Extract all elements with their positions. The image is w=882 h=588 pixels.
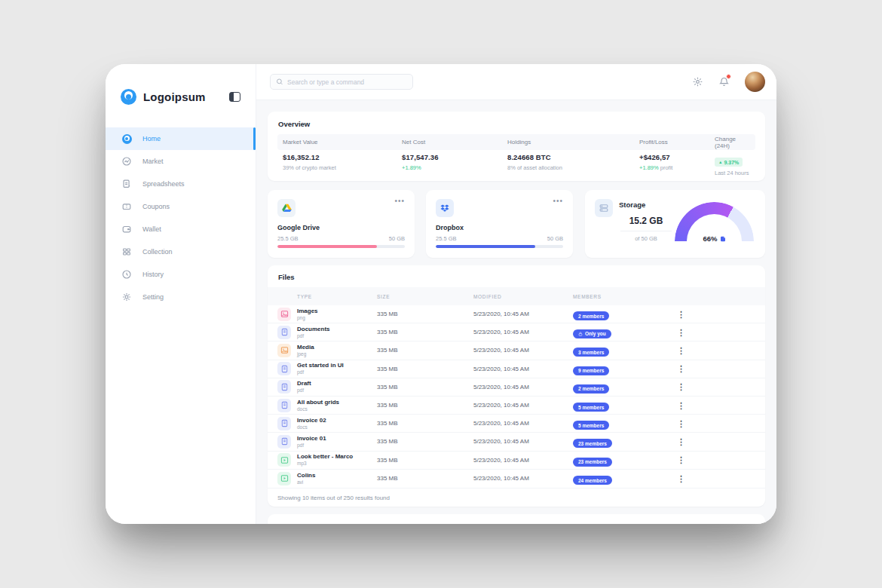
files-title: Files (268, 265, 765, 287)
file-row-all-about-grids[interactable]: All about gridsdocs 335 MB 5/23/2020, 10… (268, 397, 765, 415)
col-header-size: SIZE (377, 294, 473, 299)
profit-loss-sub: +1.89% profit (639, 164, 715, 171)
topbar-actions (692, 72, 765, 92)
file-row-media[interactable]: Mediajpeg 335 MB 5/23/2020, 10:45 AM 3 m… (268, 341, 765, 360)
col-header-modified: MODIFIED (473, 294, 573, 299)
sidebar-item-coupons[interactable]: Coupons (106, 195, 256, 218)
sidebar-item-label: Collection (142, 248, 173, 256)
notifications-bell-icon[interactable] (718, 76, 730, 87)
sidebar-item-setting[interactable]: Setting (106, 286, 256, 308)
brand-name: Logoipsum (143, 90, 229, 103)
file-row-get-started[interactable]: Get started in UIpdf 335 MB 5/23/2020, 1… (268, 360, 765, 378)
row-menu-icon[interactable]: ⋮ (677, 311, 685, 318)
row-menu-icon[interactable]: ⋮ (677, 438, 685, 446)
row-menu-icon[interactable]: ⋮ (677, 456, 685, 464)
results-count: Showing 10 items out of 250 results foun… (277, 495, 390, 501)
market-value-sub: 39% of crypto market (283, 164, 402, 171)
sidebar-collapse-icon[interactable] (229, 92, 240, 102)
settings-gear-icon[interactable] (692, 76, 703, 87)
document-icon (277, 417, 291, 430)
row-menu-icon[interactable]: ⋮ (677, 475, 685, 482)
search-box (270, 74, 413, 90)
members-badge[interactable]: 23 members (573, 458, 612, 467)
google-drive-icon (277, 199, 296, 217)
file-row-invoice-02[interactable]: Invoice 02docs 335 MB 5/23/2020, 10:45 A… (268, 415, 765, 433)
image-icon (277, 308, 291, 321)
sidebar-item-label: Coupons (142, 203, 170, 210)
storage-title: Storage (619, 201, 673, 209)
sidebar-item-market[interactable]: Market (106, 150, 256, 173)
file-row-invoice-01[interactable]: Invoice 01pdf 335 MB 5/23/2020, 10:45 AM… (268, 433, 765, 451)
card-menu-icon[interactable]: ••• (394, 199, 405, 204)
drive-progress-track (436, 245, 563, 248)
file-row-documents[interactable]: Documentspdf 335 MB 5/23/2020, 10:45 AM … (268, 323, 765, 341)
file-size: 335 MB (377, 438, 473, 445)
file-modified: 5/23/2020, 10:45 AM (473, 475, 573, 482)
change-24h-sub: Last 24 hours (715, 170, 750, 176)
search-input[interactable] (287, 78, 407, 86)
file-size: 335 MB (377, 402, 473, 409)
row-menu-icon[interactable]: ⋮ (677, 347, 685, 354)
members-badge[interactable]: 5 members (573, 403, 609, 412)
files-header-row: TYPE SIZE MODIFIED MEMBERS (268, 287, 765, 305)
sidebar-item-label: History (142, 271, 164, 278)
storage-card: Storage 15.2 GB of 50 GB 66% (585, 190, 765, 258)
sidebar-item-label: Home (142, 135, 161, 142)
members-badge[interactable]: 3 members (573, 348, 609, 357)
net-cost-value: $17,547.36 (402, 153, 507, 161)
logo-icon (121, 89, 136, 105)
file-modified: 5/23/2020, 10:45 AM (473, 402, 573, 409)
sidebar-item-label: Wallet (142, 225, 161, 233)
file-row-look-better-marco[interactable]: Look better - Marcomp3 335 MB 5/23/2020,… (268, 452, 765, 470)
file-modified: 5/23/2020, 10:45 AM (473, 329, 573, 335)
storage-icon (595, 199, 613, 217)
members-badge[interactable]: 2 members (573, 384, 609, 394)
net-cost-sub: +1.89% (402, 164, 507, 171)
members-badge[interactable]: 2 members (573, 311, 609, 320)
row-menu-icon[interactable]: ⋮ (677, 329, 685, 336)
row-menu-icon[interactable]: ⋮ (677, 365, 685, 372)
sidebar-item-history[interactable]: History (106, 263, 256, 286)
row-menu-icon[interactable]: ⋮ (677, 383, 685, 390)
user-avatar[interactable] (745, 72, 765, 92)
sidebar-item-collection[interactable]: Collection (106, 240, 256, 263)
main-area: Overview Market Value Net Cost Holdings … (256, 64, 776, 524)
col-header-holdings: Holdings (507, 139, 639, 145)
col-header-type: TYPE (297, 294, 377, 299)
profit-loss-value: +$426,57 (639, 153, 715, 161)
sidebar: Logoipsum Home Market Spreadsheets (106, 64, 256, 524)
col-header-change-24h: Change (24H) (715, 136, 750, 149)
spreadsheets-icon (121, 179, 132, 189)
overview-values-row: $16,352.12 39% of crypto market $17,547.… (277, 153, 755, 176)
file-row-colins[interactable]: Colinsavi 335 MB 5/23/2020, 10:45 AM 24 … (268, 470, 765, 488)
file-row-draft[interactable]: Draftpdf 335 MB 5/23/2020, 10:45 AM 2 me… (268, 378, 765, 397)
lock-icon (578, 332, 583, 336)
search-icon (276, 78, 283, 86)
members-badge[interactable]: 5 members (573, 421, 609, 430)
google-drive-card: ••• Google Drive 25.5 GB 50 GB (268, 190, 415, 258)
members-badge[interactable]: Only you (573, 329, 611, 338)
members-badge[interactable]: 23 members (573, 439, 612, 448)
file-modified: 5/23/2020, 10:45 AM (473, 366, 573, 372)
members-badge[interactable]: 9 members (573, 366, 609, 375)
sidebar-item-spreadsheets[interactable]: Spreadsheets (106, 173, 256, 195)
file-size: 335 MB (377, 420, 473, 427)
card-menu-icon[interactable]: ••• (553, 199, 563, 204)
sidebar-item-wallet[interactable]: Wallet (106, 218, 256, 240)
overview-header-row: Market Value Net Cost Holdings Profit/Lo… (277, 134, 755, 150)
file-row-images[interactable]: Imagespng 335 MB 5/23/2020, 10:45 AM 2 m… (268, 305, 765, 323)
file-size: 335 MB (377, 311, 473, 317)
row-menu-icon[interactable]: ⋮ (677, 402, 685, 409)
media-icon (277, 453, 291, 467)
history-icon (121, 269, 132, 280)
divider (620, 231, 672, 231)
wallet-icon (121, 224, 132, 234)
row-menu-icon[interactable]: ⋮ (677, 420, 685, 427)
file-modified: 5/23/2020, 10:45 AM (473, 457, 573, 464)
members-badge[interactable]: 24 members (573, 476, 612, 485)
home-icon (121, 133, 132, 144)
sidebar-item-label: Spreadsheets (142, 180, 185, 188)
notification-badge (726, 74, 731, 79)
holdings-value: 8.24668 BTC (507, 153, 639, 161)
sidebar-item-home[interactable]: Home (106, 127, 256, 150)
